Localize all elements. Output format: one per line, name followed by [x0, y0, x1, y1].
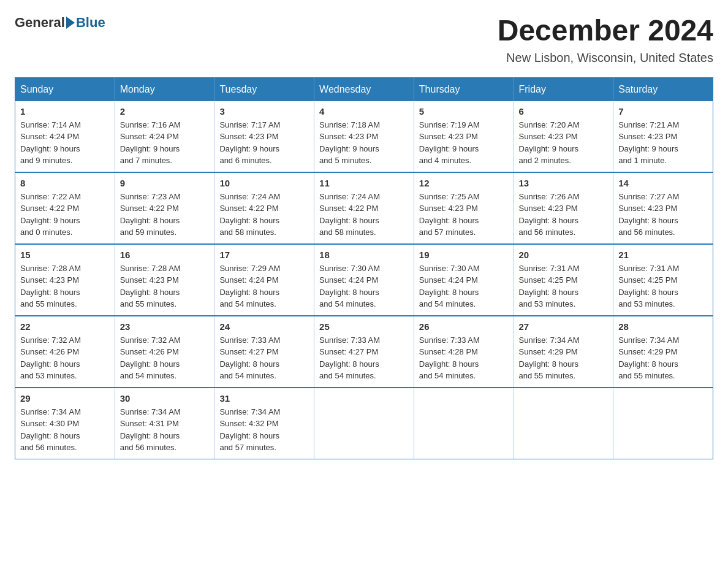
- day-number: 31: [219, 393, 309, 404]
- daylight-text: Daylight: 8 hours: [120, 216, 180, 225]
- day-cell: 30Sunrise: 7:34 AMSunset: 4:31 PMDayligh…: [115, 388, 214, 459]
- logo-blue: Blue: [76, 15, 105, 31]
- sunset-text: Sunset: 4:23 PM: [519, 132, 578, 141]
- daylight-text: Daylight: 8 hours: [120, 359, 180, 369]
- sunset-text: Sunset: 4:23 PM: [120, 275, 179, 285]
- sunset-text: Sunset: 4:31 PM: [120, 419, 179, 428]
- day-cell: 23Sunrise: 7:32 AMSunset: 4:26 PMDayligh…: [115, 316, 214, 388]
- day-number: 17: [219, 250, 309, 260]
- day-number: 21: [618, 250, 708, 260]
- daylight-minutes-text: and 55 minutes.: [120, 299, 177, 308]
- daylight-minutes-text: and 1 minute.: [618, 156, 667, 165]
- day-number: 11: [319, 178, 409, 188]
- sunrise-text: Sunrise: 7:26 AM: [519, 192, 580, 201]
- sunset-text: Sunset: 4:27 PM: [319, 347, 378, 356]
- sunrise-text: Sunrise: 7:34 AM: [519, 335, 580, 345]
- sunrise-text: Sunrise: 7:34 AM: [219, 407, 280, 416]
- daylight-minutes-text: and 58 minutes.: [219, 228, 276, 237]
- sunset-text: Sunset: 4:23 PM: [319, 132, 378, 141]
- day-info: Sunrise: 7:24 AMSunset: 4:22 PMDaylight:…: [319, 191, 409, 239]
- daylight-minutes-text: and 54 minutes.: [419, 299, 476, 308]
- sunset-text: Sunset: 4:24 PM: [219, 275, 278, 285]
- sunrise-text: Sunrise: 7:28 AM: [120, 264, 181, 273]
- daylight-text: Daylight: 8 hours: [219, 359, 279, 369]
- sunrise-text: Sunrise: 7:23 AM: [120, 192, 181, 201]
- sunrise-text: Sunrise: 7:18 AM: [319, 120, 380, 129]
- sunset-text: Sunset: 4:26 PM: [20, 347, 79, 356]
- daylight-text: Daylight: 8 hours: [219, 216, 279, 225]
- week-row-5: 29Sunrise: 7:34 AMSunset: 4:30 PMDayligh…: [15, 388, 713, 459]
- day-number: 28: [618, 321, 708, 332]
- daylight-minutes-text: and 53 minutes.: [519, 299, 576, 308]
- daylight-text: Daylight: 8 hours: [319, 216, 379, 225]
- daylight-minutes-text: and 56 minutes.: [519, 228, 576, 237]
- daylight-text: Daylight: 9 hours: [20, 216, 80, 225]
- day-info: Sunrise: 7:34 AMSunset: 4:30 PMDaylight:…: [20, 406, 110, 454]
- day-cell: 31Sunrise: 7:34 AMSunset: 4:32 PMDayligh…: [214, 388, 314, 459]
- day-cell: 26Sunrise: 7:33 AMSunset: 4:28 PMDayligh…: [414, 316, 514, 388]
- sunset-text: Sunset: 4:25 PM: [519, 275, 578, 285]
- day-info: Sunrise: 7:14 AMSunset: 4:24 PMDaylight:…: [20, 119, 110, 167]
- daylight-minutes-text: and 56 minutes.: [20, 443, 77, 452]
- sunrise-text: Sunrise: 7:17 AM: [219, 120, 280, 129]
- sunrise-text: Sunrise: 7:33 AM: [319, 335, 380, 345]
- daylight-text: Daylight: 8 hours: [219, 288, 279, 297]
- daylight-minutes-text: and 56 minutes.: [120, 443, 177, 452]
- daylight-text: Daylight: 9 hours: [120, 144, 180, 153]
- week-row-2: 8Sunrise: 7:22 AMSunset: 4:22 PMDaylight…: [15, 172, 713, 244]
- day-info: Sunrise: 7:33 AMSunset: 4:27 PMDaylight:…: [219, 334, 309, 382]
- daylight-text: Daylight: 9 hours: [219, 144, 279, 153]
- day-cell: 19Sunrise: 7:30 AMSunset: 4:24 PMDayligh…: [414, 244, 514, 316]
- sunrise-text: Sunrise: 7:27 AM: [618, 192, 679, 201]
- daylight-minutes-text: and 55 minutes.: [618, 371, 675, 380]
- calendar-title: December 2024: [498, 15, 713, 47]
- day-cell: 29Sunrise: 7:34 AMSunset: 4:30 PMDayligh…: [15, 388, 115, 459]
- daylight-text: Daylight: 8 hours: [618, 359, 678, 369]
- daylight-text: Daylight: 8 hours: [319, 359, 379, 369]
- sunset-text: Sunset: 4:22 PM: [120, 204, 179, 213]
- sunrise-text: Sunrise: 7:32 AM: [20, 335, 81, 345]
- day-cell: 11Sunrise: 7:24 AMSunset: 4:22 PMDayligh…: [314, 172, 414, 244]
- day-cell: 27Sunrise: 7:34 AMSunset: 4:29 PMDayligh…: [514, 316, 613, 388]
- day-number: 4: [319, 106, 409, 117]
- daylight-text: Daylight: 9 hours: [618, 144, 678, 153]
- sunrise-text: Sunrise: 7:29 AM: [219, 264, 280, 273]
- sunset-text: Sunset: 4:23 PM: [618, 204, 677, 213]
- daylight-text: Daylight: 8 hours: [20, 359, 80, 369]
- sunrise-text: Sunrise: 7:22 AM: [20, 192, 81, 201]
- sunset-text: Sunset: 4:22 PM: [319, 204, 378, 213]
- sunrise-text: Sunrise: 7:21 AM: [618, 120, 679, 129]
- daylight-text: Daylight: 9 hours: [419, 144, 479, 153]
- day-info: Sunrise: 7:26 AMSunset: 4:23 PMDaylight:…: [519, 191, 609, 239]
- day-cell: 21Sunrise: 7:31 AMSunset: 4:25 PMDayligh…: [613, 244, 713, 316]
- week-row-1: 1Sunrise: 7:14 AMSunset: 4:24 PMDaylight…: [15, 101, 713, 172]
- week-row-4: 22Sunrise: 7:32 AMSunset: 4:26 PMDayligh…: [15, 316, 713, 388]
- day-cell: 20Sunrise: 7:31 AMSunset: 4:25 PMDayligh…: [514, 244, 613, 316]
- daylight-minutes-text: and 0 minutes.: [20, 228, 72, 237]
- day-info: Sunrise: 7:20 AMSunset: 4:23 PMDaylight:…: [519, 119, 609, 167]
- daylight-minutes-text: and 53 minutes.: [618, 299, 675, 308]
- sunset-text: Sunset: 4:23 PM: [618, 132, 677, 141]
- day-info: Sunrise: 7:32 AMSunset: 4:26 PMDaylight:…: [20, 334, 110, 382]
- day-number: 13: [519, 178, 609, 188]
- day-info: Sunrise: 7:22 AMSunset: 4:22 PMDaylight:…: [20, 191, 110, 239]
- sunset-text: Sunset: 4:23 PM: [20, 275, 79, 285]
- title-section: December 2024 New Lisbon, Wisconsin, Uni…: [498, 15, 713, 65]
- day-number: 22: [20, 321, 110, 332]
- day-info: Sunrise: 7:33 AMSunset: 4:28 PMDaylight:…: [419, 334, 509, 382]
- daylight-minutes-text: and 6 minutes.: [219, 156, 271, 165]
- sunrise-text: Sunrise: 7:24 AM: [319, 192, 380, 201]
- sunrise-text: Sunrise: 7:19 AM: [419, 120, 480, 129]
- day-number: 30: [120, 393, 210, 404]
- sunset-text: Sunset: 4:30 PM: [20, 419, 79, 428]
- logo-arrow-icon: [66, 17, 75, 29]
- daylight-text: Daylight: 8 hours: [519, 288, 579, 297]
- header-saturday: Saturday: [613, 77, 713, 101]
- day-cell: 4Sunrise: 7:18 AMSunset: 4:23 PMDaylight…: [314, 101, 414, 172]
- daylight-minutes-text: and 4 minutes.: [419, 156, 471, 165]
- sunset-text: Sunset: 4:23 PM: [419, 204, 478, 213]
- header-row: SundayMondayTuesdayWednesdayThursdayFrid…: [15, 77, 713, 101]
- daylight-minutes-text: and 54 minutes.: [120, 371, 177, 380]
- day-info: Sunrise: 7:30 AMSunset: 4:24 PMDaylight:…: [319, 262, 409, 310]
- sunrise-text: Sunrise: 7:31 AM: [618, 264, 679, 273]
